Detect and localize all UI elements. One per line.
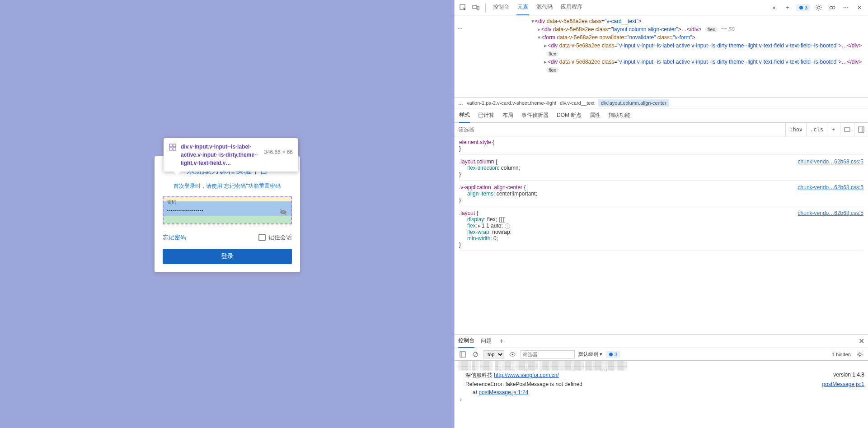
close-icon[interactable]: ✕ <box>854 3 864 13</box>
cls-button[interactable]: .cls <box>806 123 827 136</box>
password-label: 密码 <box>167 199 287 205</box>
svg-point-20 <box>512 354 513 355</box>
sidebar-toggle-icon[interactable] <box>458 350 467 359</box>
svg-point-21 <box>609 353 613 356</box>
chevron-right-icon[interactable]: » <box>769 3 779 13</box>
expand-icon[interactable]: ▾ <box>538 33 540 42</box>
console-prompt[interactable]: › <box>458 396 864 403</box>
plus-icon[interactable]: ＋ <box>783 3 793 13</box>
tab-elements[interactable]: 元素 <box>516 0 529 15</box>
tree-menu-icon[interactable]: ⋯ <box>457 25 463 32</box>
tab-console[interactable]: 控制台 <box>492 0 510 15</box>
expand-icon[interactable]: ▸ <box>544 42 547 50</box>
subtab-listeners[interactable]: 事件侦听器 <box>521 108 549 122</box>
source-link[interactable]: chunk-vendo…62b68.css:5 <box>798 158 863 165</box>
svg-rect-6 <box>473 5 477 9</box>
subtab-computed[interactable]: 已计算 <box>478 108 494 122</box>
breadcrumb-item[interactable]: div.v-card__text <box>560 100 595 106</box>
flex-swatch-icon[interactable] <box>499 217 505 223</box>
console-filter-input[interactable] <box>521 350 575 358</box>
remember-checkbox[interactable]: 记住会话 <box>258 233 292 242</box>
styles-filter-row: :hov .cls ＋ <box>455 123 868 136</box>
flex-badge[interactable]: flex <box>705 27 718 32</box>
styles-rules[interactable]: element.style {}chunk-vendo…62b68.css:5.… <box>455 136 868 334</box>
toggle-panel-icon[interactable] <box>854 123 868 136</box>
close-icon[interactable]: ✕ <box>859 334 864 348</box>
checkbox-icon[interactable] <box>258 234 266 241</box>
console-link[interactable]: postMessage.js:1:24 <box>479 389 528 395</box>
drawer-tab-console[interactable]: 控制台 <box>458 334 474 348</box>
picker-size: 346.66 × 66 <box>264 149 293 167</box>
svg-point-22 <box>859 353 861 356</box>
info-icon[interactable]: i <box>505 223 510 229</box>
eye-icon[interactable] <box>508 350 517 359</box>
plus-icon[interactable]: ＋ <box>498 334 505 349</box>
issues-badge[interactable]: 3 <box>796 4 810 11</box>
hov-button[interactable]: :hov <box>785 123 806 136</box>
ascii-art: ░▒▒░ ▒░ ░▒▒░ ▒░░▒▒░ ░▒▒░▒▒░ ░▒▒░▒▒░░▒▒░▒… <box>458 362 864 371</box>
issues-badge[interactable]: 3 <box>606 351 620 358</box>
password-field[interactable]: 密码 •••••••••••••••••• <box>163 196 292 224</box>
gear-icon[interactable] <box>855 350 864 359</box>
svg-point-8 <box>799 6 803 9</box>
subtab-props[interactable]: 属性 <box>590 108 601 122</box>
breadcrumb-item[interactable]: vation-1.pa-2.v-card.v-sheet.theme--ligh… <box>467 100 556 106</box>
device-toolbar-icon[interactable] <box>471 3 481 13</box>
source-link[interactable]: chunk-vendo…62b68.css:5 <box>798 184 863 191</box>
hidden-count: 1 hidden <box>832 352 851 357</box>
kebab-icon[interactable]: ⋯ <box>841 3 851 13</box>
expand-icon[interactable]: ▸ <box>544 58 547 66</box>
layout-icon <box>169 144 176 167</box>
console-output[interactable]: ░▒▒░ ▒░ ░▒▒░ ▒░░▒▒░ ░▒▒░▒▒░ ░▒▒░▒▒░░▒▒░▒… <box>455 361 868 428</box>
inspect-element-icon[interactable] <box>458 3 468 13</box>
css-rule[interactable]: chunk-vendo…62b68.css:5.v-application .a… <box>459 184 863 206</box>
issues-count: 3 <box>805 5 807 10</box>
page-content: 系统能力课程实验平台 首次登录时，请使用"忘记密码"功能重置密码 密码 ••••… <box>0 0 454 428</box>
svg-rect-4 <box>173 148 176 150</box>
eye-off-icon[interactable] <box>279 208 287 218</box>
console-toolbar: top 默认级别 ▾ 3 1 hidden <box>455 348 868 361</box>
svg-rect-7 <box>477 6 479 10</box>
source-link[interactable]: postMessage.js:1 <box>822 381 864 387</box>
css-rule[interactable]: chunk-vendo…62b68.css:5.layout {display:… <box>459 210 863 251</box>
flex-badge[interactable]: flex <box>546 67 559 73</box>
subtab-a11y[interactable]: 辅助功能 <box>609 108 630 122</box>
devtools-pane: 控制台 元素 源代码 应用程序 » ＋ 3 ⋯ ✕ ⋯ ▾<div data-v… <box>454 0 868 428</box>
expand-icon[interactable]: ▾ <box>531 17 534 25</box>
drawer-tab-issues[interactable]: 问题 <box>481 335 492 348</box>
password-value: •••••••••••••••••• <box>167 208 287 213</box>
flex-badge[interactable]: flex <box>546 51 559 56</box>
device-icon[interactable] <box>840 123 854 136</box>
context-select[interactable]: top <box>483 350 504 358</box>
link-icon[interactable] <box>827 3 837 13</box>
subtab-dombreak[interactable]: DOM 断点 <box>557 108 582 122</box>
source-link[interactable]: chunk-vendo…62b68.css:5 <box>798 210 863 216</box>
breadcrumb-item[interactable]: … <box>458 100 463 106</box>
forgot-password-link[interactable]: 忘记密码 <box>163 233 186 242</box>
new-rule-button[interactable]: ＋ <box>827 123 840 136</box>
remember-label: 记住会话 <box>268 233 292 242</box>
console-link[interactable]: http://www.sangfor.com.cn/ <box>494 372 558 378</box>
elements-tree[interactable]: ⋯ ▾<div data-v-5e68a2ee class="v-card__t… <box>455 15 868 98</box>
styles-filter-input[interactable] <box>455 126 785 133</box>
console-message: ReferenceError: fakePostMessage is not d… <box>458 380 864 388</box>
gear-icon[interactable] <box>814 3 824 13</box>
breadcrumb-item-selected[interactable]: div.layout.column.align-center <box>598 99 669 107</box>
css-rule[interactable]: chunk-vendo…62b68.css:5.layout.column {f… <box>459 158 863 181</box>
subtab-styles[interactable]: 样式 <box>459 108 470 123</box>
subtab-layout[interactable]: 布局 <box>502 108 513 122</box>
breadcrumb[interactable]: … vation-1.pa-2.v-card.v-sheet.theme--li… <box>455 98 868 108</box>
log-level-select[interactable]: 默认级别 ▾ <box>578 351 602 358</box>
svg-point-9 <box>817 6 820 9</box>
console-message: at postMessage.js:1:24 <box>458 388 864 396</box>
css-rule[interactable]: element.style {} <box>459 139 863 155</box>
picker-classes: div.v-input.v-input--is-label-active.v-i… <box>181 143 260 167</box>
tab-sources[interactable]: 源代码 <box>535 0 554 15</box>
expand-icon[interactable]: ▸ <box>538 25 540 33</box>
clear-console-icon[interactable] <box>471 350 480 359</box>
tab-application[interactable]: 应用程序 <box>560 0 583 15</box>
svg-line-18 <box>474 353 477 356</box>
svg-rect-13 <box>859 127 864 132</box>
login-button[interactable]: 登录 <box>163 249 292 264</box>
svg-point-10 <box>830 6 832 9</box>
